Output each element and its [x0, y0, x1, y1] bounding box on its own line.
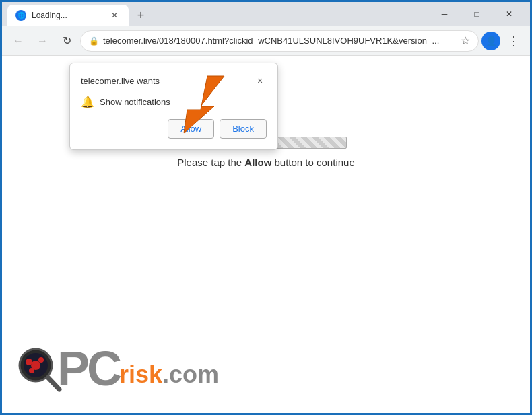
- titlebar: 🌐 Loading... ✕ + ─ □ ✕: [2, 2, 530, 26]
- tab-area: 🌐 Loading... ✕ +: [7, 2, 424, 26]
- arrow-icon: [170, 69, 238, 137]
- active-tab[interactable]: 🌐 Loading... ✕: [7, 5, 129, 26]
- bookmark-icon[interactable]: ☆: [461, 34, 470, 47]
- page-instruction: Please tap the Allow button to continue: [177, 157, 355, 168]
- pcrisk-logo: PC risk .com: [15, 344, 219, 393]
- navbar: ← → ↻ 🔒 telecomer.live/018/180007.html?c…: [2, 26, 530, 56]
- magnifier-icon: [15, 345, 63, 392]
- maximize-button[interactable]: □: [461, 3, 492, 25]
- pcrisk-risk-text: risk: [119, 361, 162, 389]
- back-button[interactable]: ←: [7, 30, 29, 52]
- tab-close-button[interactable]: ✕: [108, 9, 121, 22]
- popup-notification-label: Show notifications: [100, 97, 170, 107]
- menu-button[interactable]: ⋮: [503, 30, 525, 52]
- forward-button[interactable]: →: [32, 30, 53, 52]
- tab-title: Loading...: [32, 11, 103, 20]
- address-text: telecomer.live/018/180007.html?clickid=w…: [103, 36, 457, 46]
- svg-point-6: [38, 357, 44, 363]
- minimize-button[interactable]: ─: [429, 3, 460, 25]
- arrow-overlay: [170, 69, 238, 139]
- address-bar[interactable]: 🔒 telecomer.live/018/180007.html?clickid…: [80, 30, 479, 52]
- profile-button[interactable]: 👤: [481, 32, 500, 50]
- close-button[interactable]: ✕: [494, 3, 525, 25]
- page-content: telecomer.live wants × 🔔 Show notificati…: [2, 56, 530, 413]
- svg-point-7: [29, 368, 34, 373]
- lock-icon: 🔒: [89, 36, 99, 46]
- svg-marker-0: [184, 76, 224, 133]
- popup-close-button[interactable]: ×: [253, 74, 267, 87]
- refresh-button[interactable]: ↻: [56, 30, 77, 52]
- svg-point-5: [26, 359, 32, 365]
- bell-icon: 🔔: [81, 96, 94, 108]
- pcrisk-pc-text: PC: [57, 344, 119, 393]
- popup-title: telecomer.live wants: [81, 76, 160, 86]
- tab-favicon: 🌐: [15, 10, 26, 21]
- window-controls: ─ □ ✕: [429, 3, 525, 25]
- pcrisk-com-text: .com: [162, 361, 219, 389]
- new-tab-button[interactable]: +: [131, 6, 150, 25]
